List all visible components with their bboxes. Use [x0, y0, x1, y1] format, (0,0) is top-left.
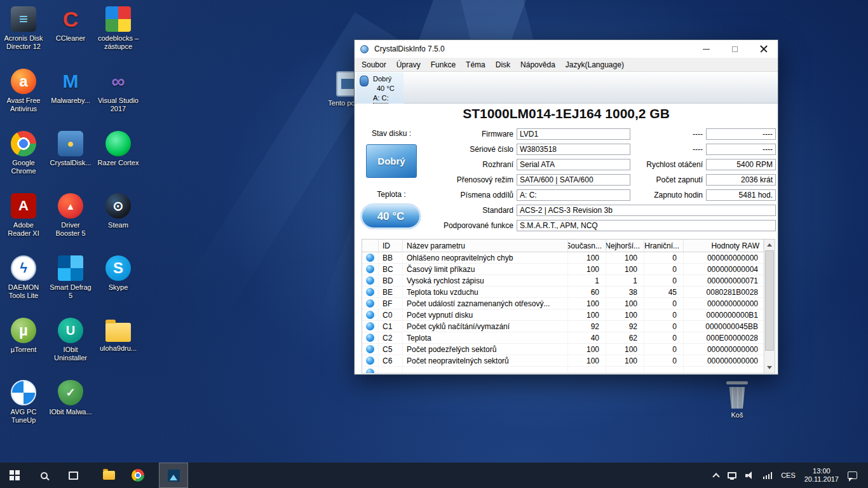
- smart-table-row[interactable]: C6 Počet neopravitelných sektorů 100 100…: [362, 355, 764, 367]
- volume-icon: [745, 471, 754, 479]
- icon-daemon-tools-lite[interactable]: ϟ DAEMON Tools Lite: [0, 252, 47, 314]
- icon-iobit-malware-fighter[interactable]: ✓ IObit Malwa...: [47, 376, 94, 438]
- menu-napoveda[interactable]: Nápověda: [515, 58, 560, 71]
- language-indicator[interactable]: CES: [776, 463, 800, 488]
- health-status-dot: [366, 345, 374, 353]
- smart-table-row[interactable]: C1 Počet cyklů načítání/vymazání 92 92 0…: [362, 321, 764, 332]
- chrome-taskbar-button[interactable]: [123, 463, 153, 488]
- header-raw[interactable]: Hodnoty RAW: [684, 240, 764, 252]
- cell-worst: 100: [606, 344, 644, 355]
- icon-ccleaner[interactable]: C CCleaner: [47, 3, 94, 65]
- icon-skype[interactable]: S Skype: [95, 252, 142, 314]
- cell-param: Teplota toku vzduchu: [403, 287, 568, 297]
- icon-adobe-reader-xi[interactable]: A Adobe Reader XI: [0, 189, 47, 252]
- header-current[interactable]: Současn...: [568, 240, 606, 252]
- file-explorer-button[interactable]: [94, 463, 123, 488]
- minimize-button[interactable]: [692, 40, 721, 58]
- recycle-bin[interactable]: Koš: [715, 381, 759, 419]
- app-icon: C: [58, 6, 83, 32]
- menu-tema[interactable]: Téma: [461, 58, 491, 71]
- scrollbar-thumb[interactable]: [765, 250, 774, 351]
- network-tray-button[interactable]: [723, 463, 741, 488]
- cell-worst: 1: [606, 275, 644, 286]
- icon-avast-free-antivirus[interactable]: a Avast Free Antivirus: [0, 65, 47, 127]
- field-row: Přenosový režim SATA/600 | SATA/600: [355, 174, 630, 186]
- icon-razer-cortex[interactable]: Razer Cortex: [95, 127, 142, 189]
- title-bar[interactable]: CrystalDiskInfo 7.5.0: [355, 40, 778, 58]
- search-button[interactable]: [29, 463, 58, 488]
- icon-codeblocks[interactable]: codeblocks – zástupce: [95, 3, 142, 65]
- action-center-button[interactable]: [843, 463, 862, 488]
- cell-id: BB: [379, 252, 403, 263]
- smart-table-row[interactable]: BF Počet událostí zaznamenaných otřesový…: [362, 298, 764, 309]
- health-status-dot: [366, 356, 374, 365]
- cell-id: BD: [379, 275, 403, 286]
- icon-smart-defrag-5[interactable]: Smart Defrag 5: [47, 252, 94, 314]
- smart-table-row[interactable]: BD Vysoká rychlost zápisu 1 1 0 00000000…: [362, 275, 764, 287]
- window-title: CrystalDiskInfo 7.5.0: [374, 44, 692, 53]
- close-icon: [760, 45, 768, 53]
- desktop-icon-label: Skype: [95, 283, 142, 292]
- scroll-up-button[interactable]: [764, 240, 775, 250]
- desktop-icon-label: CCleaner: [47, 34, 94, 43]
- menu-soubor[interactable]: Soubor: [356, 58, 391, 71]
- icon-visual-studio-2017[interactable]: ∞ Visual Studio 2017: [95, 65, 142, 127]
- arrow-down-icon: [767, 366, 772, 369]
- chrome-icon: [132, 469, 144, 482]
- desktop-icon-label: Steam: [95, 221, 142, 229]
- app-icon: ✓: [58, 380, 83, 405]
- vertical-scrollbar[interactable]: [764, 240, 775, 373]
- health-status-dot: [366, 299, 374, 308]
- icon-avg-pc-tuneup[interactable]: AVG PC TuneUp: [0, 376, 47, 438]
- icon-google-chrome[interactable]: Google Chrome: [0, 127, 47, 189]
- menu-disk[interactable]: Disk: [491, 58, 515, 71]
- smart-attributes-table: ID Název parametru Současn... Nejhorší..…: [362, 239, 775, 374]
- scroll-down-button[interactable]: [764, 362, 775, 373]
- icon-utorrent[interactable]: µ µTorrent: [0, 314, 47, 376]
- header-threshold[interactable]: Hraniční...: [644, 240, 684, 252]
- cell-id: C5: [379, 344, 403, 355]
- drive-tab-selected[interactable]: Dobrý 40 °C A: C:: [356, 72, 403, 105]
- icon-crystaldiskinfo[interactable]: ● CrystalDisk...: [47, 127, 94, 189]
- header-param[interactable]: Název parametru: [403, 240, 568, 252]
- clock[interactable]: 13:00 20.11.2017: [800, 463, 843, 488]
- icon-acronis-disk-director[interactable]: ≡ Acronis Disk Director 12: [0, 3, 47, 65]
- maximize-button[interactable]: [721, 40, 749, 58]
- smart-table-row[interactable]: C0 Počet vypnutí disku 100 100 0 0000000…: [362, 309, 764, 321]
- app-icon: A: [11, 193, 36, 219]
- menu-jazyk[interactable]: Jazyk(Language): [560, 58, 629, 71]
- start-button[interactable]: [0, 463, 29, 488]
- field-row: Písmena oddílů A: C:: [355, 189, 630, 201]
- field-row: ---- ----: [630, 128, 776, 140]
- signal-tray-button[interactable]: [759, 463, 777, 488]
- header-id[interactable]: ID: [379, 240, 403, 252]
- field-label: Podporované funkce: [355, 221, 517, 230]
- cell-id: C6: [379, 355, 403, 366]
- icon-steam[interactable]: ⊙ Steam: [95, 189, 142, 252]
- smart-table-row[interactable]: C2 Teplota 40 62 0 000E00000028: [362, 332, 764, 344]
- close-button[interactable]: [749, 40, 778, 58]
- field-value: ----: [706, 128, 776, 140]
- desktop-icon-label: CrystalDisk...: [47, 159, 94, 167]
- header-worst[interactable]: Nejhorší...: [606, 240, 644, 252]
- icon-driver-booster-5[interactable]: ▲ Driver Booster 5: [47, 189, 94, 252]
- active-app-button[interactable]: [159, 463, 188, 488]
- desktop-icon-label: Adobe Reader XI: [0, 221, 47, 238]
- app-icon: M: [58, 69, 83, 94]
- icon-uloha9dru-folder[interactable]: uloha9dru...: [95, 314, 142, 376]
- smart-table-row[interactable]: BE Teplota toku vzduchu 60 38 45 0080281…: [362, 287, 764, 298]
- cell-param: Teplota: [403, 332, 568, 343]
- task-view-button[interactable]: [58, 463, 88, 488]
- menu-funkce[interactable]: Funkce: [426, 58, 461, 71]
- field-label: Rozhraní: [355, 160, 517, 169]
- app-icon: S: [105, 255, 131, 281]
- field-value: 5481 hod.: [706, 189, 776, 201]
- icon-iobit-uninstaller[interactable]: U IObit Uninstaller: [47, 314, 94, 376]
- icon-malwarebytes[interactable]: M Malwareby...: [47, 65, 94, 127]
- smart-table-row[interactable]: BB Ohlášeno neopravitelných chyb 100 100…: [362, 252, 764, 264]
- volume-tray-button[interactable]: [741, 463, 759, 488]
- smart-table-row[interactable]: BC Časový limit příkazu 100 100 0 000000…: [362, 264, 764, 275]
- smart-table-row[interactable]: C5 Počet podezřelých sektorů 100 100 0 0…: [362, 344, 764, 355]
- menu-upravy[interactable]: Úpravy: [391, 58, 426, 71]
- tray-expand-button[interactable]: [709, 463, 723, 488]
